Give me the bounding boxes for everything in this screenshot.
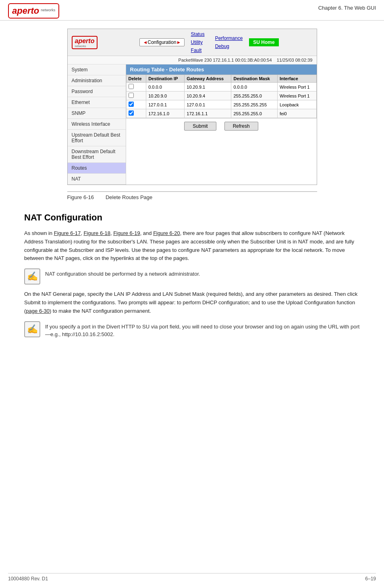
interface-2: Wireless Port 1 <box>277 91 316 100</box>
figure-caption: Figure 6-16 Delete Routes Page <box>67 191 317 200</box>
table-row: 10.20.9.0 10.20.9.4 255.255.255.0 Wirele… <box>126 91 316 100</box>
footer-left: 10004880 Rev. D1 <box>8 576 48 582</box>
routing-table: Delete Destination IP Gateway Address De… <box>126 75 317 118</box>
app-logo-sub: networks <box>75 45 95 48</box>
mask-4: 255.255.255.0 <box>231 109 277 118</box>
ref-fig-18[interactable]: Figure 6-18 <box>83 230 110 236</box>
logo-text: aperto <box>12 6 39 16</box>
header-logo: aperto networks <box>8 3 59 19</box>
routing-table-title: Routing Table - Delete Routes <box>126 64 317 75</box>
sidebar-item-system[interactable]: System <box>68 64 126 75</box>
mask-2: 255.255.255.0 <box>231 91 277 100</box>
app-logo: aperto networks <box>72 36 98 49</box>
app-logo-text: aperto <box>75 37 95 44</box>
table-row: 172.16.1.0 172.16.1.1 255.255.255.0 fei0 <box>126 109 316 118</box>
ref-fig-20[interactable]: Figure 6-20 <box>153 230 180 236</box>
sidebar-item-snmp[interactable]: SNMP <box>68 108 126 119</box>
action-buttons: Submit Refresh <box>126 118 317 134</box>
figure-caption-text: Delete Routes Page <box>106 194 152 200</box>
aperto-logo: aperto networks <box>8 3 59 19</box>
app-sidebar: System Administration Password Ethernet … <box>68 64 126 185</box>
delete-checkbox-4[interactable] <box>129 110 134 116</box>
interface-1: Wireless Port 1 <box>277 83 316 91</box>
gateway-3: 127.0.0.1 <box>185 100 231 109</box>
sidebar-item-upstream[interactable]: Upstream Default Best Effort <box>68 130 126 146</box>
dest-ip-1: 0.0.0.0 <box>146 83 185 91</box>
gateway-2: 10.20.9.4 <box>185 91 231 100</box>
device-info-bar: PacketWave 230 172.16.1.1 00:01:3B:A0:00… <box>68 56 317 64</box>
section-heading: NAT Configuration <box>24 212 360 223</box>
note-icon-1: ✍ <box>24 268 40 285</box>
sidebar-item-nat[interactable]: NAT <box>68 174 126 185</box>
delete-checkbox-1[interactable] <box>129 84 134 89</box>
app-navbar: aperto networks Configuration Status Uti… <box>68 29 317 56</box>
delete-checkbox-2[interactable] <box>129 93 134 98</box>
note-text-2: If you specify a port in the Divert HTTP… <box>45 321 360 339</box>
app-main: Routing Table - Delete Routes Delete Des… <box>126 64 317 185</box>
tab-utility[interactable]: Utility <box>187 39 209 46</box>
col-delete: Delete <box>126 75 146 83</box>
submit-button[interactable]: Submit <box>184 122 216 131</box>
ref-page-6-30[interactable]: page 6-30 <box>26 308 50 314</box>
gateway-4: 172.16.1.1 <box>185 109 231 118</box>
col-interface: Interface <box>277 75 316 83</box>
chapter-title: Chapter 6. The Web GUI <box>318 3 376 11</box>
device-datetime: 11/25/03 08:02:39 <box>277 58 313 62</box>
interface-4: fei0 <box>277 109 316 118</box>
col-dest-ip: Destination IP <box>146 75 185 83</box>
ref-fig-19[interactable]: Figure 6-19 <box>113 230 140 236</box>
table-row: 0.0.0.0 10.20.9.1 0.0.0.0 Wireless Port … <box>126 83 316 91</box>
logo-subtext: networks <box>41 8 55 12</box>
tab-performance[interactable]: Performance <box>211 35 247 42</box>
device-info: PacketWave 230 172.16.1.1 00:01:3B:A0:00… <box>179 58 272 62</box>
sidebar-item-password[interactable]: Password <box>68 86 126 97</box>
page-content: aperto networks Configuration Status Uti… <box>0 21 384 352</box>
body-para-1: As shown in Figure 6-17, Figure 6-18, Fi… <box>24 229 360 263</box>
page-footer: 10004880 Rev. D1 6–19 <box>8 573 376 582</box>
app-body: System Administration Password Ethernet … <box>68 64 317 185</box>
footer-right: 6–19 <box>365 576 376 582</box>
ref-fig-17[interactable]: Figure 6-17 <box>54 230 81 236</box>
col-mask: Destination Mask <box>231 75 277 83</box>
nav-tabs: Configuration Status Utility Fault Perfo… <box>106 31 312 54</box>
sidebar-item-downstream[interactable]: Downstream Default Best Effort <box>68 146 126 163</box>
col-gateway: Gateway Address <box>185 75 231 83</box>
sidebar-item-routes[interactable]: Routes <box>68 163 126 174</box>
sidebar-item-ethernet[interactable]: Ethernet <box>68 97 126 108</box>
interface-3: Loopback <box>277 100 316 109</box>
sidebar-item-wireless[interactable]: Wireless Interface <box>68 119 126 130</box>
delete-checkbox-3[interactable] <box>129 102 134 107</box>
body-para-2: On the NAT General page, specify the LAN… <box>24 290 360 315</box>
note-box-1: ✍ NAT configuration should be performed … <box>24 268 360 285</box>
refresh-button[interactable]: Refresh <box>224 122 258 131</box>
checkbox-cell[interactable] <box>126 91 146 100</box>
dest-ip-2: 10.20.9.0 <box>146 91 185 100</box>
tab-fault[interactable]: Fault <box>187 47 209 54</box>
checkbox-cell[interactable] <box>126 83 146 91</box>
dest-ip-4: 172.16.1.0 <box>146 109 185 118</box>
sidebar-item-administration[interactable]: Administration <box>68 75 126 86</box>
tab-debug[interactable]: Debug <box>211 43 247 50</box>
tab-status[interactable]: Status <box>187 31 209 38</box>
note-icon-2: ✍ <box>24 321 40 337</box>
checkbox-cell[interactable] <box>126 100 146 109</box>
tab-configuration[interactable]: Configuration <box>139 38 184 46</box>
dest-ip-3: 127.0.0.1 <box>146 100 185 109</box>
mask-1: 0.0.0.0 <box>231 83 277 91</box>
note-text-1: NAT configuration should be performed by… <box>45 268 200 278</box>
checkbox-cell[interactable] <box>126 109 146 118</box>
screenshot-container: aperto networks Configuration Status Uti… <box>67 29 317 185</box>
page-header: aperto networks Chapter 6. The Web GUI <box>0 0 384 21</box>
gateway-1: 10.20.9.1 <box>185 83 231 91</box>
su-home-button[interactable]: SU Home <box>249 38 278 46</box>
table-row: 127.0.0.1 127.0.0.1 255.255.255.255 Loop… <box>126 100 316 109</box>
figure-number: Figure 6-16 <box>67 194 94 200</box>
note-box-2: ✍ If you specify a port in the Divert HT… <box>24 321 360 339</box>
mask-3: 255.255.255.255 <box>231 100 277 109</box>
